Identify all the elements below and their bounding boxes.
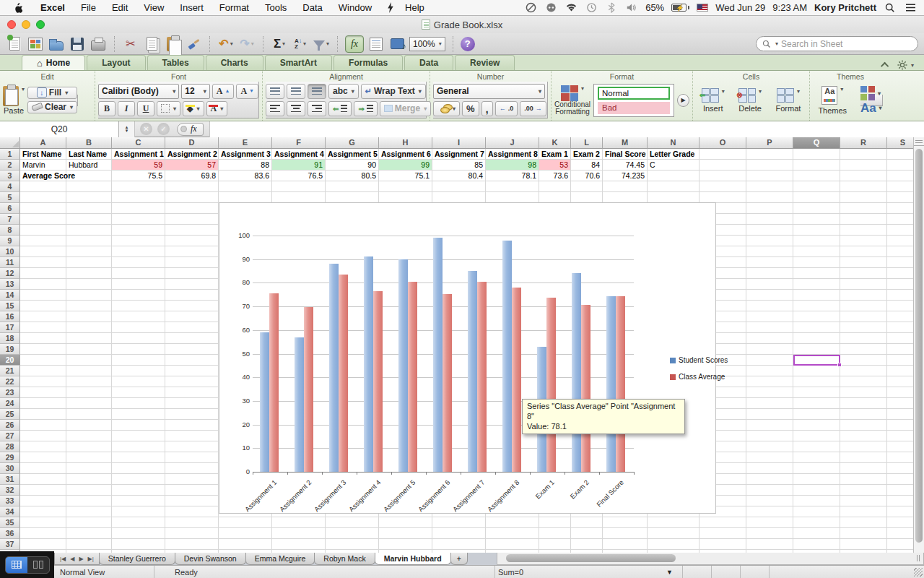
align-top-button[interactable]	[266, 84, 284, 99]
cell-D33[interactable]	[165, 496, 219, 506]
column-header-D[interactable]: D	[165, 137, 219, 149]
cell-I36[interactable]	[432, 528, 486, 539]
cell-A23[interactable]	[20, 387, 66, 398]
row-header-11[interactable]: 11	[0, 257, 20, 268]
cell-H2[interactable]: 99	[379, 160, 432, 171]
menu-excel[interactable]: Excel	[32, 0, 73, 15]
search-scope-chevron-icon[interactable]: ▾	[775, 40, 778, 47]
cell-P23[interactable]	[746, 387, 793, 398]
cut-button[interactable]: ✂	[122, 35, 139, 53]
cell-D9[interactable]	[165, 236, 219, 246]
cell-R35[interactable]	[840, 517, 887, 528]
cell-R37[interactable]	[840, 539, 887, 550]
format-painter-button[interactable]	[185, 35, 202, 53]
new-workbook-button[interactable]	[6, 35, 23, 53]
cell-A32[interactable]	[20, 485, 66, 496]
row-header-18[interactable]: 18	[0, 333, 20, 344]
horizontal-scrollbar[interactable]	[497, 553, 924, 565]
cell-P25[interactable]	[746, 409, 793, 420]
cell-Q7[interactable]	[793, 214, 840, 225]
cell-C14[interactable]	[112, 290, 165, 301]
cell-R20[interactable]	[840, 355, 887, 366]
row-header-12[interactable]: 12	[0, 268, 20, 279]
cell-I4[interactable]	[432, 181, 486, 192]
decrease-decimal-button[interactable]: ←.0	[495, 101, 518, 116]
chart-panel[interactable]: 0102030405060708090100Assignment 1Assign…	[219, 202, 716, 514]
cell-Q3[interactable]	[793, 171, 840, 181]
column-header-N[interactable]: N	[648, 137, 699, 149]
cell-A37[interactable]	[20, 539, 66, 550]
cell-P11[interactable]	[746, 257, 793, 268]
conditional-formatting-button[interactable]: ▾ ConditionalFormatting	[554, 85, 590, 116]
increase-font-button[interactable]: A▲	[212, 84, 235, 99]
cell-P28[interactable]	[746, 441, 793, 452]
cell-R22[interactable]	[840, 376, 887, 387]
cell-B19[interactable]	[66, 344, 112, 355]
cell-M35[interactable]	[603, 517, 648, 528]
cell-G2[interactable]: 90	[326, 160, 379, 171]
user-menu[interactable]: Kory Pritchett	[814, 2, 876, 13]
cell-F37[interactable]	[272, 539, 326, 550]
cell-D23[interactable]	[165, 387, 219, 398]
cell-Q17[interactable]	[793, 322, 840, 333]
merge-button[interactable]: Merge▾	[380, 101, 431, 116]
cell-Q5[interactable]	[793, 192, 840, 203]
cell-F1[interactable]: Assignment 4	[272, 149, 326, 160]
open-button[interactable]	[48, 35, 65, 53]
save-button[interactable]	[69, 35, 86, 53]
cell-R30[interactable]	[840, 463, 887, 474]
cell-C17[interactable]	[112, 322, 165, 333]
cell-D22[interactable]	[165, 376, 219, 387]
column-header-R[interactable]: R	[840, 137, 887, 149]
cell-B37[interactable]	[66, 539, 112, 550]
cell-B29[interactable]	[66, 452, 112, 463]
cell-D14[interactable]	[165, 290, 219, 301]
cell-A11[interactable]	[20, 257, 66, 268]
menu-file[interactable]: File	[73, 0, 104, 15]
cell-Q32[interactable]	[793, 485, 840, 496]
row-header-8[interactable]: 8	[0, 225, 20, 236]
cell-M36[interactable]	[603, 528, 648, 539]
name-box[interactable]: Q20	[0, 121, 119, 137]
cell-B23[interactable]	[66, 387, 112, 398]
cell-M2[interactable]: 74.45	[603, 160, 648, 171]
cell-R28[interactable]	[840, 441, 887, 452]
cell-B30[interactable]	[66, 463, 112, 474]
cell-O3[interactable]	[699, 171, 746, 181]
column-header-I[interactable]: I	[432, 137, 486, 149]
column-header-H[interactable]: H	[379, 137, 432, 149]
cell-D3[interactable]: 69.8	[165, 171, 219, 181]
cell-R31[interactable]	[840, 474, 887, 485]
cell-E36[interactable]	[219, 528, 272, 539]
cell-D34[interactable]	[165, 506, 219, 517]
cell-D5[interactable]	[165, 192, 219, 203]
cell-Q37[interactable]	[793, 539, 840, 550]
cell-C23[interactable]	[112, 387, 165, 398]
cell-B27[interactable]	[66, 431, 112, 441]
cell-P1[interactable]	[746, 149, 793, 160]
cell-B21[interactable]	[66, 366, 112, 376]
cell-K4[interactable]	[539, 181, 571, 192]
cell-Q14[interactable]	[793, 290, 840, 301]
column-header-C[interactable]: C	[112, 137, 165, 149]
cell-Q27[interactable]	[793, 431, 840, 441]
row-header-4[interactable]: 4	[0, 181, 20, 192]
window-resize-grip[interactable]	[914, 568, 923, 577]
search-box[interactable]: ▾	[756, 36, 918, 51]
cell-Q36[interactable]	[793, 528, 840, 539]
italic-button[interactable]: I	[118, 101, 135, 116]
font-family-select[interactable]: Calibri (Body)▾	[98, 84, 179, 99]
row-header-35[interactable]: 35	[0, 517, 20, 528]
cell-A8[interactable]	[20, 225, 66, 236]
themes-button[interactable]: Aa▾ Themes	[818, 86, 847, 115]
cell-R4[interactable]	[840, 181, 887, 192]
column-header-F[interactable]: F	[272, 137, 326, 149]
cell-O36[interactable]	[699, 528, 746, 539]
column-header-B[interactable]: B	[66, 137, 112, 149]
cell-P13[interactable]	[746, 279, 793, 290]
cell-Q1[interactable]	[793, 149, 840, 160]
cell-R9[interactable]	[840, 236, 887, 246]
row-header-24[interactable]: 24	[0, 398, 20, 409]
menu-format[interactable]: Format	[212, 0, 257, 15]
cell-Q34[interactable]	[793, 506, 840, 517]
